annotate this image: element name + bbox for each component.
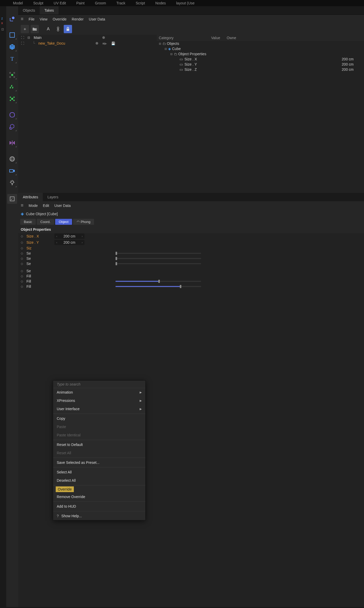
cat-cube[interactable]: Cube <box>172 47 181 51</box>
tab-objects[interactable]: Objects <box>18 6 40 15</box>
ctx-xpressions[interactable]: XPressions▶ <box>53 396 145 405</box>
tree-toggle-icon[interactable]: ⊟ <box>159 42 162 45</box>
scene-tool-icon[interactable] <box>7 122 17 132</box>
menu-layout[interactable]: layout (Use <box>176 1 195 5</box>
cat-sizex[interactable]: Size . X <box>184 57 197 61</box>
symmetry-tool-icon[interactable] <box>7 138 17 148</box>
menu-sculpt[interactable]: Sculpt <box>33 1 43 5</box>
subtab-basic[interactable]: Basic <box>20 219 36 225</box>
ctx-copy[interactable]: Copy <box>53 414 145 423</box>
ctx-save-preset[interactable]: Save Selected as Preset... <box>53 458 145 467</box>
status-dot-icon[interactable] <box>102 36 105 39</box>
ctx-remove-override[interactable]: Remove Override <box>53 493 145 501</box>
keyframe-icon[interactable]: ◇ <box>21 257 24 260</box>
menu-override[interactable]: Override <box>53 17 67 21</box>
keyframe-icon[interactable]: ◇ <box>21 241 24 244</box>
menu-track[interactable]: Track <box>116 1 125 5</box>
ctx-help[interactable]: ?Show Help... <box>53 512 145 520</box>
ctx-override[interactable]: Override <box>56 486 74 492</box>
ctx-reset[interactable]: Reset to Default <box>53 441 145 449</box>
generator-tool-icon[interactable] <box>7 82 17 92</box>
cube-tool-icon[interactable] <box>7 42 17 52</box>
ctx-add-hud[interactable]: Add to HUD <box>53 502 145 511</box>
menu-userdata[interactable]: User Data <box>89 17 105 21</box>
ctx-paste[interactable]: Paste <box>53 423 145 431</box>
tree-toggle-icon[interactable]: ⊟ <box>170 52 174 56</box>
cat-sizey[interactable]: Size . Y <box>184 62 197 66</box>
sphere-grid-tool-icon[interactable] <box>7 154 17 164</box>
add-button[interactable]: ＋ <box>21 25 29 33</box>
tree-main-label[interactable]: Main <box>34 36 41 40</box>
cat-sizey-value: 200 cm <box>342 62 364 66</box>
prop-slider[interactable] <box>116 253 201 254</box>
tree-toggle-icon[interactable]: ⊟ <box>165 47 168 51</box>
ctx-deselect-all[interactable]: Deselect All <box>53 476 145 485</box>
expand-icon[interactable]: ⛶ <box>20 41 25 46</box>
keyframe-icon[interactable]: ◇ <box>21 285 24 288</box>
keyframe-icon[interactable]: ◇ <box>21 269 24 273</box>
cat-sizez[interactable]: Size . Z <box>184 67 197 72</box>
menu-nodes[interactable]: Nodes <box>155 1 166 5</box>
tab-layers[interactable]: Layers <box>43 193 63 201</box>
ctx-ui[interactable]: User Interface▶ <box>53 405 145 413</box>
prop-slider[interactable] <box>116 263 201 264</box>
rectangle-tool-icon[interactable] <box>7 30 17 40</box>
panel-icon[interactable]: ⊡ <box>1 27 5 31</box>
deformer-tool-icon[interactable] <box>7 110 17 120</box>
svg-rect-3 <box>10 72 11 73</box>
light-tool-icon[interactable] <box>7 178 17 188</box>
menu-file[interactable]: File <box>29 17 35 21</box>
ctx-animation[interactable]: Animation▶ <box>53 388 145 396</box>
context-search[interactable]: Type to search <box>53 381 145 388</box>
add-folder-button[interactable]: + <box>31 25 39 33</box>
ctx-reset-all[interactable]: Reset All <box>53 449 145 457</box>
tree-take-label[interactable]: new_Take_Docu <box>38 41 65 45</box>
menu-userdata2[interactable]: User Data <box>54 204 71 208</box>
prop-sizey-spinner[interactable]: ‹200 cm› <box>54 240 84 245</box>
subtab-coord[interactable]: Coord. <box>37 219 54 225</box>
auto-button[interactable]: A <box>44 25 52 33</box>
status-dot-icon[interactable] <box>96 42 98 45</box>
menu-mode[interactable]: Mode <box>29 204 38 208</box>
menu-paint[interactable]: Paint <box>76 1 85 5</box>
tab-attributes[interactable]: Attributes <box>18 193 43 201</box>
camera-icon[interactable]: ■▶ <box>102 41 107 45</box>
prop-sizex-spinner[interactable]: ‹200 cm› <box>54 234 84 239</box>
menu-view[interactable]: View <box>40 17 47 21</box>
collapse-icon[interactable]: ⊟ <box>26 35 31 40</box>
text-tool-icon[interactable]: T <box>7 54 17 64</box>
annotate-tool-icon[interactable] <box>7 194 17 204</box>
menu-model[interactable]: Model <box>13 1 23 5</box>
cat-objprops[interactable]: Object Properties <box>178 52 206 56</box>
prop-slider[interactable] <box>116 286 201 287</box>
subtab-object[interactable]: Object <box>55 219 72 225</box>
keyframe-icon[interactable]: ◇ <box>21 234 24 238</box>
subtab-phong[interactable]: ◠Phong <box>73 219 94 225</box>
expand-icon[interactable]: ⛶ <box>20 35 25 40</box>
ctx-select-all[interactable]: Select All <box>53 468 145 476</box>
tab-takes[interactable]: Takes <box>40 6 59 15</box>
hamburger-icon[interactable]: ≡ <box>21 16 24 22</box>
cat-objects[interactable]: Objects <box>167 41 179 46</box>
keyframe-icon[interactable]: ◇ <box>21 262 24 265</box>
menu-edit[interactable]: Edit <box>43 204 49 208</box>
ctx-paste-identical[interactable]: Paste Identical <box>53 431 145 439</box>
link-button[interactable] <box>54 25 62 33</box>
menu-uvedit[interactable]: UV Edit <box>54 1 66 5</box>
field-tool-icon[interactable] <box>7 70 17 80</box>
keyframe-icon[interactable]: ◇ <box>21 251 24 255</box>
menu-render[interactable]: Render <box>72 17 84 21</box>
particles-tool-icon[interactable] <box>7 94 17 104</box>
menu-script[interactable]: Script <box>136 1 145 5</box>
camera-tool-icon[interactable] <box>7 166 17 176</box>
keyframe-icon[interactable]: ◇ <box>21 274 24 278</box>
lock-button[interactable] <box>64 25 72 33</box>
keyframe-icon[interactable]: ◇ <box>21 279 24 283</box>
save-icon[interactable]: 💾 <box>111 41 115 45</box>
keyframe-icon[interactable]: ◇ <box>21 246 24 250</box>
prop-slider[interactable] <box>116 258 201 259</box>
hamburger-icon[interactable]: ≡ <box>21 203 24 208</box>
move-tool-icon[interactable] <box>7 14 17 24</box>
prop-slider[interactable] <box>116 281 201 282</box>
menu-groom[interactable]: Groom <box>95 1 106 5</box>
